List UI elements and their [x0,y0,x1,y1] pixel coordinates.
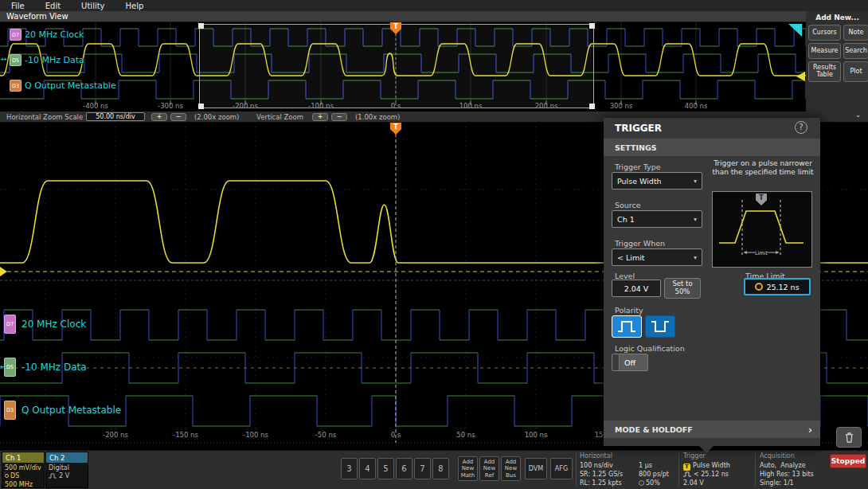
collapse-chevron-icon[interactable]: ⌄ [855,111,861,119]
add-new-ref-button[interactable]: Add New Ref [479,456,499,481]
channel-3-button[interactable]: 3 [341,458,358,479]
v-zoom-minus-button[interactable]: − [331,113,347,121]
d5-channel-badge[interactable]: D5 [10,54,22,66]
channel-4-button[interactable]: 4 [359,458,376,479]
results-table-button[interactable]: Results Table [808,61,841,82]
horizontal-window: 1 µs [639,462,652,469]
trigger-type-dropdown[interactable]: Pulse Width ▾ [612,172,702,190]
divider [678,453,679,487]
time-limit-input[interactable]: 25.12 ns [744,278,811,295]
channel-8-button[interactable]: 8 [432,458,449,479]
set-to-50-button[interactable]: Set to 50% [664,278,701,299]
menu-utility[interactable]: Utility [81,2,104,10]
h-zoom-scale-label: Horizontal Zoom Scale [6,113,83,121]
mode-holdoff-title: MODE & HOLDOFF [615,425,693,434]
zoom-selection-box[interactable] [199,24,594,108]
probe-icon [5,474,9,478]
horizontal-sample-rate: SR: 1.25 GS/s [580,471,623,478]
d5-channel-badge-main[interactable]: D5 [4,358,16,377]
add-new-title: Add New... [808,14,866,22]
zoom-box-handle[interactable] [198,23,204,29]
chevron-right-icon: › [808,424,812,436]
status-bar: Ch 1 500 mV/div DS 500 MHz Ch 2 Digital … [0,450,868,489]
acquisition-mode: Auto, Analyze [760,462,806,469]
help-icon[interactable]: ? [795,121,807,134]
zoom-box-handle[interactable] [589,23,595,29]
ch2-name: Ch 2 [49,454,65,462]
oscilloscope-screen: File Edit Utility Help Waveform View T D… [0,0,868,489]
source-label: Source [615,201,641,209]
limit-label: Limit [755,250,768,256]
channel-6-button[interactable]: 6 [396,458,412,479]
overview-tick: -400 ns [83,102,108,110]
mode-holdoff-section-header[interactable]: MODE & HOLDOFF › [604,421,820,438]
measure-button[interactable]: Measure [808,43,841,59]
menu-file[interactable]: File [11,2,25,10]
d7-channel-badge-main[interactable]: D7 [4,315,16,334]
level-input[interactable]: 2.04 V [612,280,661,297]
ch1-scale: 500 mV/div [2,464,44,471]
run-stop-status[interactable]: Stopped [830,454,866,468]
zoom-box-handle[interactable] [198,104,204,109]
trigger-when-dropdown[interactable]: < Limit ▾ [612,248,702,266]
afg-button[interactable]: AFG [550,458,573,479]
v-zoom-plus-button[interactable]: + [312,113,328,121]
d3-channel-badge[interactable]: D3 [10,80,22,92]
trigger-type-label: Trigger Type [615,162,661,171]
channel-7-button[interactable]: 7 [414,458,431,479]
delete-drop-zone[interactable] [836,427,862,448]
ch1-bandwidth: 500 MHz [2,481,44,488]
search-button[interactable]: Search [843,43,868,59]
h-zoom-scale-value[interactable]: 50.00 ns/div [86,112,145,121]
d5-badge-label: D5 [6,364,14,370]
add-new-bus-button[interactable]: Add New Bus [501,456,521,481]
d7-channel-badge[interactable]: D7 [10,29,22,41]
main-tick: 100 ns [525,431,548,439]
dvm-button[interactable]: DVM [525,458,547,479]
waveform-overview[interactable]: T D7 20 MHz Clock ↔ D5 -10 MHz Data D3 Q… [0,22,806,111]
trash-icon [843,431,855,444]
trigger-when-label: Trigger When [615,239,665,248]
panel-pointer-tail [699,446,714,453]
settings-section-header[interactable]: SETTINGS [604,139,820,156]
source-dropdown[interactable]: Ch 1 ▾ [612,210,702,228]
trigger-type-value: Pulse Width [617,177,662,186]
polarity-negative-button[interactable] [645,315,675,338]
horizontal-badge[interactable]: Horizontal 100 ns/div 1 µs SR: 1.25 GS/s… [580,452,677,488]
polarity-positive-button[interactable] [612,315,642,338]
logic-qualification-toggle[interactable]: Off [612,354,648,371]
main-tick: -200 ns [103,431,128,439]
waveform-view-title: Waveform View [6,12,68,21]
ch1-badge[interactable]: Ch 1 500 mV/div DS 500 MHz [2,452,45,488]
menu-help[interactable]: Help [126,2,144,10]
cursors-button[interactable]: Cursors [808,25,841,41]
plot-button[interactable]: Plot [843,61,868,82]
waveform-view-tab[interactable]: Waveform View [0,11,806,22]
trigger-badge[interactable]: Trigger TPulse Width < 25.12 ns 2.04 V [683,452,753,488]
ch2-badge[interactable]: Ch 2 Digital 2 V [45,452,88,488]
horizontal-scale: 100 ns/div [580,462,613,469]
acquisition-detail: High Res: 13 bits [760,471,814,478]
h-zoom-minus-button[interactable]: − [170,113,186,121]
d3-badge-label: D3 [6,407,14,413]
zoom-box-handle[interactable] [589,104,595,109]
negative-pulse-icon [649,319,671,334]
pulse-icon [683,471,691,479]
trigger-condition: < 25.12 ns [683,471,729,479]
add-new-math-button[interactable]: Add New Math [458,456,478,481]
acquisition-badge[interactable]: Acquisition Auto, Analyze High Res: 13 b… [760,452,828,488]
overview-tick: -200 ns [233,102,258,110]
trigger-panel: TRIGGER ? SETTINGS Trigger Type Pulse Wi… [604,118,820,446]
channel-5-button[interactable]: 5 [377,458,394,479]
overview-tick: 400 ns [685,102,708,110]
trigger-level: 2.04 V [683,479,704,487]
menu-edit[interactable]: Edit [45,2,61,10]
chevron-down-icon: ▾ [694,254,697,261]
note-button[interactable]: Note [843,25,868,41]
positive-pulse-icon [616,319,638,334]
overview-tick: -100 ns [308,102,334,110]
drag-handle-icon[interactable]: ↔ [1,56,7,63]
trigger-hint-text: Trigger on a pulse narrower than the spe… [712,159,814,178]
d3-channel-badge-main[interactable]: D3 [4,401,16,420]
h-zoom-plus-button[interactable]: + [151,113,167,121]
